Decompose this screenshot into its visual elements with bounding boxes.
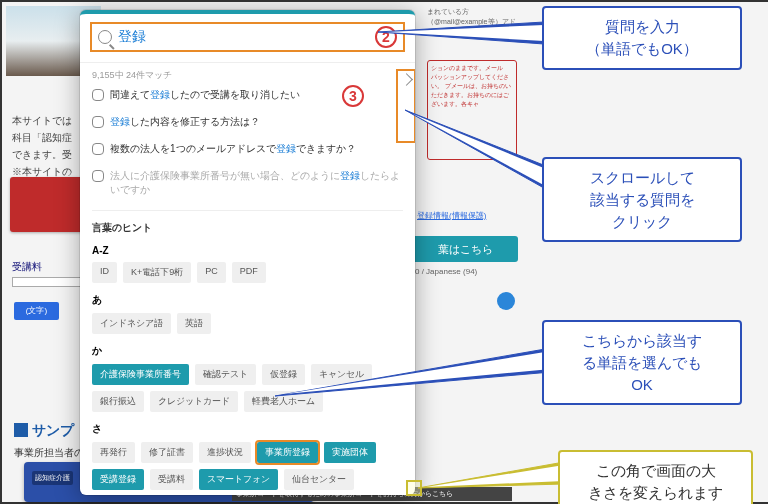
hint-tag[interactable]: 介護保険事業所番号 <box>92 364 189 385</box>
lang-indicator: 0 / Japanese (94) <box>415 267 515 277</box>
tag-row: IDK+電話下9桁PCPDF <box>92 262 403 283</box>
leader-input <box>378 22 548 52</box>
hint-tag[interactable]: インドネシア語 <box>92 313 171 334</box>
leader-scroll <box>405 110 555 200</box>
chat-bubble-icon <box>92 143 104 155</box>
banner-mini: 認知症介護 <box>32 471 73 485</box>
question-row[interactable]: 登録した内容を修正する方法は？ <box>92 109 403 136</box>
callout-scroll: スクロールして 該当する質問を クリック <box>542 157 742 242</box>
hint-tag[interactable]: K+電話下9桁 <box>123 262 191 283</box>
question-text: 間違えて登録したので受講を取り消したい <box>110 88 300 102</box>
callout-tags: こちらから該当す る単語を選んでも OK <box>542 320 742 405</box>
teal-cta[interactable]: 葉はこちら <box>412 236 518 262</box>
group-label: さ <box>92 422 403 436</box>
sample-heading: サンプ <box>14 422 74 440</box>
hint-tag[interactable]: 仙台センター <box>284 469 354 490</box>
chat-bubble-icon <box>92 170 104 182</box>
divider <box>80 62 415 63</box>
hint-tag[interactable]: PDF <box>232 262 266 283</box>
tag-row: 再発行修了証書進捗状況事業所登録実施団体受講登録受講料スマートフォン仙台センター <box>92 442 403 490</box>
results-scroll-area[interactable]: 9,155中 24件マッチ 間違えて登録したので受講を取り消したい登録した内容を… <box>80 67 415 495</box>
question-text: 登録した内容を修正する方法は？ <box>110 115 260 129</box>
match-count: 9,155中 24件マッチ <box>92 69 403 82</box>
hint-tag[interactable]: 確認テスト <box>195 364 256 385</box>
fee-label: 受講料 <box>12 260 42 274</box>
leader-resize <box>418 462 568 496</box>
question-row[interactable]: 法人に介護保険事業所番号が無い場合、どのように登録したらよいですか <box>92 163 403 204</box>
hint-tag[interactable]: 進捗状況 <box>199 442 251 463</box>
hint-tag[interactable]: 修了証書 <box>141 442 193 463</box>
svg-marker-2 <box>405 110 551 192</box>
hint-tag[interactable]: 事業所登録 <box>257 442 318 463</box>
chat-bubble-icon <box>92 89 104 101</box>
search-row-highlight: 2 <box>90 22 405 52</box>
group-label: あ <box>92 293 403 307</box>
right-link[interactable]: 登録情報(情報保護) <box>417 210 486 221</box>
hint-tag[interactable]: PC <box>197 262 226 283</box>
tag-row: インドネシア語英語 <box>92 313 403 334</box>
hint-heading: 言葉のヒント <box>92 210 403 235</box>
hint-tag[interactable]: ID <box>92 262 117 283</box>
question-text: 複数の法人を1つのメールアドレスで登録できますか？ <box>110 142 356 156</box>
leader-tags <box>275 348 555 398</box>
callout-input: 質問を入力 （単語でもOK） <box>542 6 742 70</box>
question-text: 法人に介護保険事業所番号が無い場合、どのように登録したらよいですか <box>110 169 403 197</box>
hint-tag[interactable]: スマートフォン <box>199 469 278 490</box>
hint-tag[interactable]: 銀行振込 <box>92 391 144 412</box>
globe-icon[interactable] <box>497 292 515 310</box>
hint-tag[interactable]: 実施団体 <box>324 442 376 463</box>
small-blue-button[interactable]: (文字) <box>14 302 59 320</box>
group-label: A-Z <box>92 245 403 256</box>
callout-resize: この角で画面の大 きさを変えられます <box>558 450 753 504</box>
search-input[interactable] <box>118 29 369 45</box>
chat-bubble-icon <box>92 116 104 128</box>
hint-tag[interactable]: 再発行 <box>92 442 135 463</box>
hint-tag[interactable]: 受講登録 <box>92 469 144 490</box>
hint-tag[interactable]: 受講料 <box>150 469 193 490</box>
step-badge-3: 3 <box>342 85 364 107</box>
hint-tag[interactable]: クレジットカード <box>150 391 238 412</box>
question-row[interactable]: 複数の法人を1つのメールアドレスで登録できますか？ <box>92 136 403 163</box>
search-icon <box>98 30 112 44</box>
hint-tag[interactable]: 英語 <box>177 313 211 334</box>
help-popup: 2 9,155中 24件マッチ 間違えて登録したので受講を取り消したい登録した内… <box>80 10 415 495</box>
